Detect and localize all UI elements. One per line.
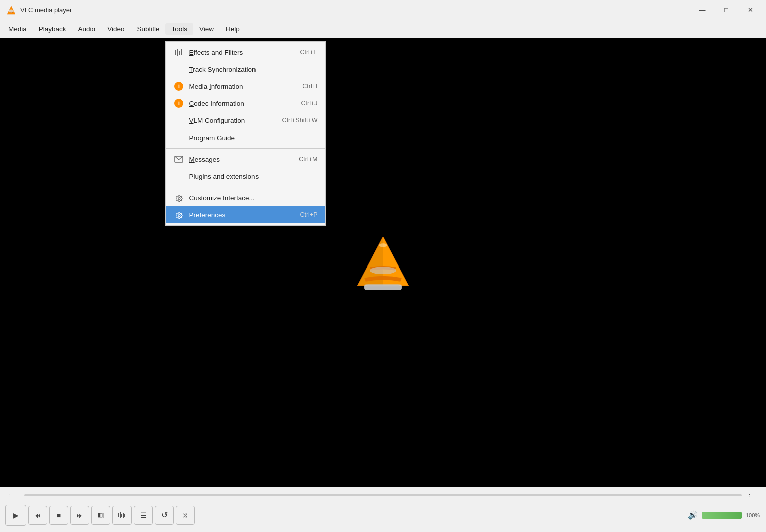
codec-info-icon: i — [174, 98, 184, 108]
time-left: –:– — [5, 492, 20, 498]
svg-point-10 — [178, 198, 180, 200]
menu-preferences[interactable]: Preferences Ctrl+P — [166, 206, 325, 223]
menu-item-media[interactable]: Media — [2, 23, 33, 35]
menu-messages[interactable]: Messages Ctrl+M — [166, 151, 325, 168]
menu-item-playback[interactable]: Playback — [33, 23, 72, 35]
separator-1 — [166, 148, 325, 149]
messages-icon — [174, 154, 184, 164]
bottom-bar: –:– –:– ▶ ⏮ ■ ⏭ ◧| — [0, 487, 766, 532]
program-guide-label: Program Guide — [189, 134, 312, 142]
menu-item-tools[interactable]: Tools Effects and Filters Ctrl+E — [165, 23, 193, 35]
volume-label: 100% — [746, 512, 761, 518]
svg-rect-5 — [179, 51, 180, 55]
preferences-shortcut: Ctrl+P — [300, 211, 317, 218]
stop-button[interactable]: ■ — [49, 506, 68, 525]
title-bar-controls: — □ ✕ — [691, 2, 762, 18]
eq-icon — [118, 511, 126, 519]
volume-bar-fill — [702, 512, 742, 519]
frame-back-button[interactable]: ◧| — [91, 506, 110, 525]
svg-point-2 — [9, 9, 14, 12]
customize-icon — [174, 193, 184, 203]
menu-media-info[interactable]: i Media Information Ctrl+I — [166, 78, 325, 95]
svg-rect-19 — [120, 512, 121, 518]
preferences-icon — [174, 210, 184, 220]
vlm-icon — [174, 115, 184, 125]
svg-rect-21 — [123, 513, 124, 518]
effects-filters-label: Effects and Filters — [189, 49, 295, 56]
menu-effects-filters[interactable]: Effects and Filters Ctrl+E — [166, 44, 325, 61]
time-right: –:– — [746, 492, 761, 498]
progress-area: –:– –:– — [5, 489, 761, 501]
volume-icon: 🔊 — [688, 510, 698, 520]
menu-track-sync[interactable]: Track Synchronization — [166, 61, 325, 78]
menu-item-view[interactable]: View — [193, 23, 220, 35]
vlc-title-icon — [6, 5, 16, 15]
svg-rect-18 — [118, 513, 119, 517]
title-bar-title: VLC media player — [20, 6, 72, 14]
maximize-button[interactable]: □ — [715, 2, 738, 18]
next-button[interactable]: ⏭ — [70, 506, 89, 525]
title-bar: VLC media player — □ ✕ — [0, 0, 766, 20]
vlc-cone — [353, 232, 413, 293]
menu-item-audio[interactable]: Audio — [72, 23, 102, 35]
svg-point-17 — [379, 243, 387, 247]
eq-icon — [174, 47, 184, 57]
vlm-label: VLM Configuration — [189, 117, 277, 124]
menu-bar: Media Playback Audio Video Subtitle Tool… — [0, 20, 766, 38]
plugins-label: Plugins and extensions — [189, 173, 312, 180]
messages-label: Messages — [189, 156, 294, 163]
play-button[interactable]: ▶ — [5, 505, 26, 526]
messages-shortcut: Ctrl+M — [299, 156, 317, 163]
svg-rect-6 — [181, 49, 182, 55]
close-button[interactable]: ✕ — [739, 2, 762, 18]
svg-rect-3 — [175, 50, 176, 55]
codec-info-shortcut: Ctrl+J — [301, 100, 317, 107]
svg-rect-20 — [121, 514, 122, 517]
random-button[interactable]: ⤮ — [176, 506, 195, 525]
title-bar-left: VLC media player — [6, 5, 72, 15]
loop-button[interactable]: ↺ — [155, 506, 174, 525]
volume-bar[interactable] — [702, 512, 742, 519]
menu-plugins[interactable]: Plugins and extensions — [166, 168, 325, 185]
minimize-button[interactable]: — — [691, 2, 714, 18]
media-info-label: Media Information — [189, 83, 297, 90]
prev-button[interactable]: ⏮ — [28, 506, 47, 525]
tools-dropdown-menu: Effects and Filters Ctrl+E Track Synchro… — [165, 41, 326, 226]
svg-rect-22 — [124, 514, 125, 517]
menu-customize[interactable]: Customize Interface... — [166, 189, 325, 206]
svg-point-14 — [370, 267, 396, 274]
program-guide-icon — [174, 132, 184, 143]
controls-right: 🔊 100% — [688, 510, 761, 520]
effects-filters-shortcut: Ctrl+E — [300, 49, 317, 56]
codec-info-label: Codec Information — [189, 100, 296, 107]
media-info-icon: i — [174, 81, 184, 91]
playlist-button[interactable]: ☰ — [134, 506, 153, 525]
track-sync-label: Track Synchronization — [189, 66, 312, 73]
customize-label: Customize Interface... — [189, 194, 312, 202]
menu-item-help[interactable]: Help — [220, 23, 246, 35]
track-sync-icon — [174, 64, 184, 74]
plugins-icon — [174, 171, 184, 181]
preferences-label: Preferences — [189, 211, 295, 219]
menu-item-subtitle[interactable]: Subtitle — [131, 23, 165, 35]
svg-point-11 — [178, 215, 180, 217]
controls-left: ▶ ⏮ ■ ⏭ ◧| ☰ ↺ ⤮ — [5, 505, 195, 526]
media-info-shortcut: Ctrl+I — [302, 83, 317, 90]
vlm-shortcut: Ctrl+Shift+W — [282, 117, 318, 124]
eq-button[interactable] — [112, 506, 132, 525]
separator-2 — [166, 187, 325, 187]
video-area — [0, 38, 766, 487]
svg-line-8 — [175, 156, 179, 160]
svg-rect-16 — [367, 284, 400, 287]
controls-row: ▶ ⏮ ■ ⏭ ◧| ☰ ↺ ⤮ — [5, 501, 761, 529]
svg-line-9 — [179, 156, 183, 160]
progress-bar[interactable] — [24, 494, 742, 496]
svg-rect-4 — [177, 49, 178, 56]
menu-codec-info[interactable]: i Codec Information Ctrl+J — [166, 95, 325, 112]
menu-program-guide[interactable]: Program Guide — [166, 129, 325, 146]
menu-vlm-config[interactable]: VLM Configuration Ctrl+Shift+W — [166, 112, 325, 129]
menu-item-video[interactable]: Video — [101, 23, 131, 35]
